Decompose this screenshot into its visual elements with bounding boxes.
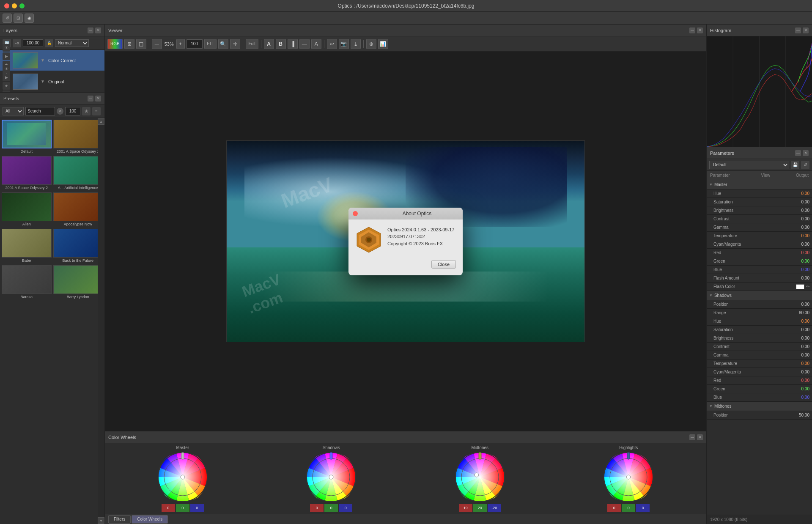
zoom-glass-button[interactable]: 🔍 [218,39,228,49]
presets-close-button[interactable]: ✕ [95,96,101,102]
cw-highlights-b[interactable]: 0 [636,504,650,512]
layer-mode-select[interactable]: Normal [55,39,89,47]
layer-item-color-correct[interactable]: 👁 ▶ ★ i ▼ Color Correct [0,50,104,71]
layer-opacity-input[interactable]: 100.00 [23,39,43,47]
cw-highlights-g[interactable]: 0 [622,504,635,512]
preset-scroll-down[interactable]: ▼ [98,517,104,524]
layer-item-original[interactable]: 👁 ▶ ★ i ▼ Original [0,71,104,92]
search-clear-button[interactable]: ✕ [57,108,63,115]
cw-shadows-wheel[interactable] [306,452,357,502]
preset-item-apocalypse[interactable]: Apocalypse Now [53,192,103,227]
text-b-button[interactable]: B [276,39,286,49]
tab-filters[interactable]: Filters [108,515,131,524]
zoom-numeric-input[interactable]: 100 [187,39,203,49]
layer-fx-button[interactable]: FX [13,39,21,47]
settings-button[interactable]: ◉ [25,14,34,23]
crosshair-button[interactable]: ⊕ [366,39,376,49]
preset-item-2001a[interactable]: 2001 A Space Odyssey 1 [53,120,103,154]
cw-shadows-b[interactable]: 0 [339,504,352,512]
favorites-button[interactable]: ★ [82,107,91,115]
layers-minimize-button[interactable]: — [88,27,93,33]
about-close-ok-button[interactable]: Close [431,260,456,269]
snapshot-button[interactable]: 📷 [339,39,349,49]
layer-visibility-button[interactable]: 👁 [3,44,10,52]
refresh-button[interactable]: ↺ [3,14,12,23]
preset-item-back[interactable]: Back to the Future [53,229,103,263]
split-button[interactable]: — [299,39,310,49]
cw-shadows-g[interactable]: 0 [324,504,338,512]
shadows-arrow-icon: ▼ [709,294,713,297]
cw-highlights-wheel[interactable] [603,452,654,502]
main-content: Layers — ✕ 🔄 FX 100.00 🔒 Normal 👁 [0,25,812,524]
frame-button[interactable]: ◫ [136,39,146,49]
cw-close-button[interactable]: ✕ [697,434,703,440]
cw-master-b[interactable]: 0 [190,504,204,512]
undo-button[interactable]: ↩ [327,39,337,49]
preset-item-ai[interactable]: A.I. Artificial Intelligence [53,156,103,191]
minimize-window-button[interactable] [12,3,17,8]
params-preset-select[interactable]: Default [709,161,789,169]
histogram-header-controls: — ✕ [795,27,809,33]
full-label-button[interactable]: Full [246,39,258,49]
viewer-close-button[interactable]: ✕ [697,27,703,33]
params-close-button[interactable]: ✕ [803,150,809,156]
params-preset-row: Default 💾 ↺ [707,159,812,171]
cw-master-wheel[interactable] [157,452,208,502]
layer-visibility-button-original[interactable]: 👁 [3,65,10,73]
preset-item-2001b[interactable]: 2001 A Space Odyssey 2 [2,156,52,191]
maximize-window-button[interactable] [19,3,25,8]
layers-close-button[interactable]: ✕ [95,27,101,33]
wipe-button[interactable]: ▐ [288,39,298,49]
layer-solo-button-original[interactable]: ★ [3,82,10,90]
overlay-button[interactable]: A [311,39,321,49]
export-button[interactable]: ⤓ [351,39,361,49]
zoom-in-button[interactable]: + [176,39,185,49]
preset-count-input[interactable]: 100 [65,107,80,115]
text-a-button[interactable]: A [264,39,274,49]
crop-button[interactable]: ⊡ [14,14,23,23]
cw-midtones-wheel[interactable] [455,452,505,502]
params-save-button[interactable]: 💾 [791,161,799,169]
chart-button[interactable]: 📊 [378,39,388,49]
preset-item-babe[interactable]: Babe [2,229,52,263]
params-section-shadows[interactable]: ▼ Shadows [707,291,812,300]
cw-midtones-g[interactable]: 20 [473,504,487,512]
zoom-out-button[interactable]: — [152,39,162,49]
list-view-button[interactable]: ≡ [92,107,101,115]
preset-category-select[interactable]: All [3,107,24,115]
histogram-close-button[interactable]: ✕ [803,27,809,33]
param-shadows-blue-value: 0.00 [789,395,809,400]
viewer-minimize-button[interactable]: — [689,27,695,33]
zoom-fit-button[interactable]: FIT [204,39,217,49]
params-minimize-button[interactable]: — [795,150,801,156]
cw-midtones-r[interactable]: 19 [459,504,472,512]
params-section-midtones[interactable]: ▼ Midtones [707,402,812,411]
layer-lock-button[interactable]: 🔒 [45,39,53,47]
pan-button[interactable]: ✛ [230,39,240,49]
params-section-master[interactable]: ▼ Master [707,180,812,189]
search-input[interactable] [25,107,55,115]
histogram-minimize-button[interactable]: — [795,27,801,33]
preset-scroll-track[interactable] [98,125,104,517]
preset-item-more1[interactable]: Baraka [2,265,52,300]
compare-button[interactable]: ⊠ [124,39,134,49]
cw-highlights-r[interactable]: 0 [607,504,621,512]
flash-color-eyedropper[interactable]: ✏ [806,284,809,289]
cw-master-r[interactable]: 0 [162,504,175,512]
param-shadows-position: Position 0.00 [707,300,812,309]
preset-item-alien[interactable]: Alien [2,192,52,227]
preset-item-more2[interactable]: Barry Lyndon [53,265,103,300]
close-window-button[interactable] [4,3,9,8]
params-reset-button[interactable]: ↺ [801,161,809,169]
cw-midtones-b[interactable]: -20 [488,504,501,512]
cw-master-g[interactable]: 0 [176,504,189,512]
cw-minimize-button[interactable]: — [689,434,695,440]
about-close-button[interactable] [353,211,358,216]
preset-scroll-up[interactable]: ▲ [98,118,104,125]
flash-color-swatch[interactable] [796,284,804,289]
tab-color-wheels[interactable]: Color Wheels [132,515,168,524]
rgb-display-button[interactable]: RGB [107,39,123,49]
preset-item-default[interactable]: Default [2,120,52,154]
cw-shadows-r[interactable]: 0 [310,504,324,512]
presets-minimize-button[interactable]: — [88,96,93,102]
